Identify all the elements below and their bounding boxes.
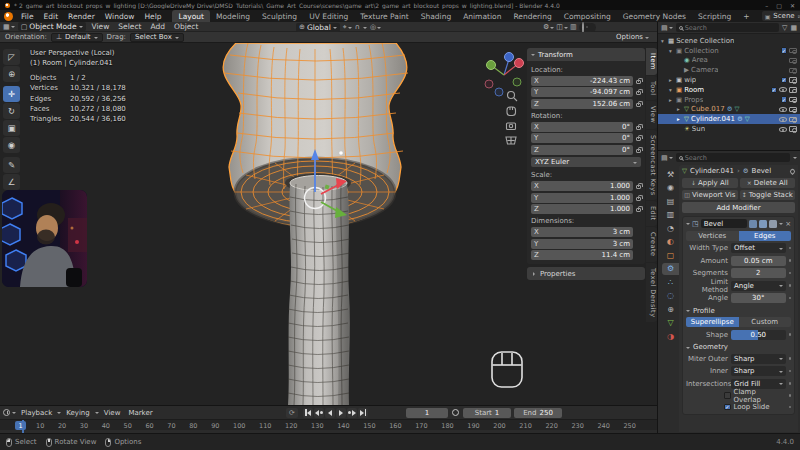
menu-file[interactable]: File [16, 11, 39, 22]
snap-target-icon[interactable] [363, 24, 367, 31]
outliner-row-props[interactable]: ▸ ▣ Props ✓ [658, 95, 800, 105]
collapse-icon[interactable] [686, 223, 690, 227]
expand-icon[interactable]: ▾ [669, 48, 674, 54]
modifier-name-field[interactable]: Bevel [701, 219, 748, 228]
collection-checkbox[interactable]: ✓ [781, 77, 788, 84]
lock-icon[interactable] [636, 149, 641, 153]
rotation-x-field[interactable]: X0° [531, 122, 633, 132]
auto-keying-icon[interactable] [452, 409, 459, 416]
tab-world[interactable]: ◐ [662, 236, 679, 249]
tool-transform[interactable]: ◉ [3, 137, 20, 153]
delete-all-button[interactable]: ×Delete All [740, 178, 796, 188]
nav-x-axis-ball[interactable] [515, 59, 524, 68]
location-x-field[interactable]: X-224.43 cm [531, 76, 633, 86]
limit-method-dropdown[interactable]: Angle [731, 281, 786, 291]
lock-icon[interactable] [636, 103, 641, 107]
lock-icon[interactable] [636, 126, 641, 130]
options-dropdown[interactable]: Options [616, 33, 649, 41]
xray-toggle-icon[interactable]: ▥ [570, 23, 577, 31]
workspace-tab-rendering[interactable]: Rendering [507, 10, 557, 22]
collection-checkbox[interactable]: ✓ [781, 96, 788, 103]
lock-icon[interactable] [636, 91, 641, 95]
edit-mode-display-toggle[interactable] [749, 220, 757, 228]
proportional-editing-icon[interactable]: ◎ [370, 23, 381, 31]
tool-select-box[interactable]: ◸ [3, 49, 20, 65]
add-workspace-button[interactable]: + [737, 10, 755, 22]
disable-render-icon[interactable] [789, 97, 797, 103]
menu-viewport-add[interactable]: Add [147, 22, 168, 31]
menu-marker[interactable]: Marker [125, 409, 155, 417]
pivot-point-icon[interactable]: ⌖ [343, 23, 352, 31]
hide-eye-icon[interactable] [779, 107, 787, 112]
dimension-y-field[interactable]: Y3 cm [531, 239, 633, 249]
profile-custom-button[interactable]: Custom [739, 317, 792, 327]
rotation-z-field[interactable]: Z0° [531, 145, 633, 155]
sync-icon[interactable]: ⟳ [286, 408, 298, 418]
menu-keying[interactable]: Keying [63, 409, 93, 417]
tab-particles[interactable]: ∴ [662, 276, 679, 289]
disable-render-icon[interactable] [789, 77, 797, 83]
menu-help[interactable]: Help [139, 11, 166, 22]
show-gizmo-icon[interactable]: ⚙ [543, 23, 554, 31]
lock-icon[interactable] [636, 208, 641, 212]
loop-slide-checkbox[interactable]: ✓ [724, 404, 731, 411]
disable-render-icon[interactable] [789, 58, 797, 64]
outliner-row-area[interactable]: ◉ Area [658, 56, 800, 66]
workspace-tab-modeling[interactable]: Modeling [210, 10, 256, 22]
tool-annotate[interactable]: ✎ [3, 157, 20, 173]
sidebar-tab-tool[interactable]: Tool [646, 76, 657, 101]
expand-icon[interactable]: ▸ [677, 116, 682, 122]
outliner-filter-icon[interactable]: ▦ [790, 24, 797, 32]
amount-field[interactable]: 0.05 cm [731, 256, 786, 266]
workspace-tab-scripting[interactable]: Scripting [692, 10, 737, 22]
affect-edges-button[interactable]: Edges [739, 231, 792, 241]
tab-output[interactable]: ▤ [662, 195, 679, 208]
rotation-mode-dropdown[interactable]: XYZ Euler [531, 157, 641, 167]
realtime-display-toggle[interactable] [759, 220, 767, 228]
tab-physics[interactable]: ◌ [662, 290, 679, 303]
workspace-tab-animation[interactable]: Animation [457, 10, 507, 22]
workspace-tab-layout[interactable]: Layout [172, 10, 210, 22]
workspace-tab-texture-paint[interactable]: Texture Paint [354, 10, 414, 22]
menu-window[interactable]: Window [100, 11, 140, 22]
shape-slider[interactable]: 0.50 [731, 330, 786, 340]
expand-icon[interactable]: ▾ [669, 87, 674, 93]
render-display-toggle[interactable] [769, 220, 777, 228]
jump-to-end-button[interactable] [358, 408, 368, 418]
lock-icon[interactable] [636, 185, 641, 189]
menu-viewport-select[interactable]: Select [115, 22, 144, 31]
zoom-icon[interactable] [508, 92, 518, 102]
tool-move[interactable]: ✛ [3, 86, 20, 102]
workspace-tab-geometry-nodes[interactable]: Geometry Nodes [617, 10, 692, 22]
scene-selector[interactable]: ▣ Scene ⧄ [762, 11, 800, 21]
disable-render-icon[interactable] [789, 48, 797, 54]
menu-playback[interactable]: Playback [18, 409, 55, 417]
nav-z-neg-ball[interactable] [495, 88, 503, 96]
outliner-row-sun[interactable]: ☀ Sun [658, 124, 800, 134]
menu-viewport-object[interactable]: Object [171, 22, 201, 31]
tool-scale[interactable]: ▣ [3, 120, 20, 136]
tab-scene[interactable]: ◔ [662, 222, 679, 235]
tab-constraints[interactable]: ⊕ [662, 303, 679, 316]
scale-x-field[interactable]: X1.000 [531, 181, 633, 191]
collection-checkbox[interactable]: ✓ [771, 87, 778, 94]
disable-render-icon[interactable] [789, 107, 797, 113]
pan-hand-icon[interactable] [507, 107, 516, 116]
tab-object[interactable]: ▢ [662, 249, 679, 262]
expand-icon[interactable]: ▸ [677, 106, 682, 112]
expand-icon[interactable]: ▾ [661, 38, 666, 44]
location-y-field[interactable]: Y-94.097 cm [531, 87, 633, 97]
navigation-gizmo[interactable] [485, 53, 524, 97]
pin-icon[interactable] [789, 167, 796, 174]
clamp-overlap-checkbox[interactable] [724, 392, 731, 399]
mode-selector[interactable]: ▢ Object Mode [18, 22, 86, 31]
hide-eye-icon[interactable] [779, 127, 787, 132]
tool-measure[interactable]: ∠ [3, 174, 20, 190]
dimension-z-field[interactable]: Z11.4 cm [531, 250, 633, 260]
rotation-y-field[interactable]: Y0° [531, 133, 633, 143]
lock-icon[interactable] [636, 80, 641, 84]
workspace-tab-compositing[interactable]: Compositing [558, 10, 617, 22]
affect-vertices-button[interactable]: Vertices [686, 231, 739, 241]
nav-y-neg-ball[interactable] [513, 78, 521, 86]
jump-to-start-button[interactable] [303, 408, 313, 418]
